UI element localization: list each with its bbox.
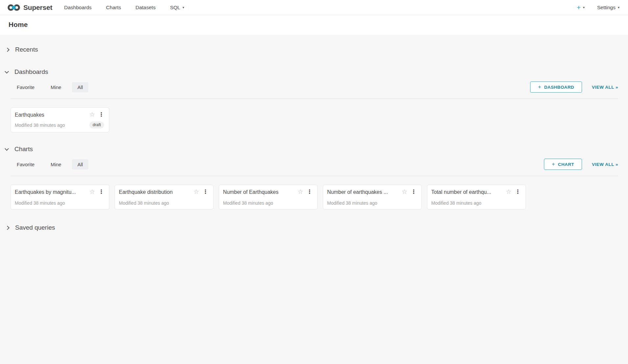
chart-card[interactable]: Earthquake distribution ☆ ⋮ Modified 38 … bbox=[115, 185, 213, 210]
plus-icon: + bbox=[552, 162, 555, 167]
chart-card[interactable]: Number of earthquakes ... ☆ ⋮ Modified 3… bbox=[323, 185, 422, 210]
card-modified-text: Modified 38 minutes ago bbox=[15, 200, 65, 206]
favorite-star-icon[interactable]: ☆ bbox=[402, 189, 407, 194]
superset-logo-icon bbox=[7, 3, 20, 12]
chevron-right-icon bbox=[5, 226, 10, 230]
charts-view-all-link[interactable]: VIEW ALL » bbox=[592, 162, 618, 167]
dashboards-cards-row: Earthquakes ☆ ⋮ Modified 38 minutes ago … bbox=[11, 107, 618, 132]
charts-collapse-header[interactable]: Charts bbox=[5, 146, 618, 153]
draft-status-badge: draft bbox=[89, 122, 104, 128]
dashboards-tabs: Favorite Mine All bbox=[11, 82, 88, 92]
tab-all[interactable]: All bbox=[72, 82, 89, 92]
nav-item-datasets[interactable]: Datasets bbox=[136, 5, 156, 11]
new-item-menu-button[interactable]: + ▾ bbox=[577, 4, 585, 11]
dashboard-card-earthquakes[interactable]: Earthquakes ☆ ⋮ Modified 38 minutes ago … bbox=[11, 107, 109, 132]
settings-menu-button[interactable]: Settings ▾ bbox=[597, 5, 619, 11]
tab-mine[interactable]: Mine bbox=[45, 159, 67, 170]
favorite-star-icon[interactable]: ☆ bbox=[506, 189, 511, 194]
page-header: Home bbox=[0, 15, 628, 35]
card-title[interactable]: Earthquake distribution bbox=[119, 189, 193, 195]
card-modified-text: Modified 38 minutes ago bbox=[223, 200, 273, 206]
button-label: DASHBOARD bbox=[544, 85, 574, 90]
card-modified-text: Modified 38 minutes ago bbox=[15, 123, 65, 128]
tab-favorite[interactable]: Favorite bbox=[11, 159, 40, 170]
section-saved-queries: Saved queries bbox=[5, 224, 618, 251]
section-charts: Charts Favorite Mine All + CHART VIEW AL… bbox=[5, 146, 618, 210]
caret-down-icon: ▾ bbox=[618, 6, 619, 9]
section-dashboards: Dashboards Favorite Mine All + DASHBOARD… bbox=[5, 68, 618, 132]
charts-tabs: Favorite Mine All bbox=[11, 159, 88, 170]
dashboards-collapse-header[interactable]: Dashboards bbox=[5, 68, 618, 76]
new-dashboard-button[interactable]: + DASHBOARD bbox=[530, 81, 582, 93]
favorite-star-icon[interactable]: ☆ bbox=[89, 112, 95, 117]
section-title: Recents bbox=[15, 46, 38, 53]
settings-label: Settings bbox=[597, 5, 616, 11]
new-chart-button[interactable]: + CHART bbox=[544, 159, 582, 170]
chevron-right-icon bbox=[5, 48, 10, 52]
chart-card[interactable]: Number of Earthquakes ☆ ⋮ Modified 38 mi… bbox=[219, 185, 318, 210]
caret-down-icon: ▾ bbox=[183, 6, 184, 9]
nav-item-label: Datasets bbox=[136, 5, 156, 11]
tab-mine[interactable]: Mine bbox=[45, 82, 67, 92]
charts-submenu-actions: + CHART VIEW ALL » bbox=[544, 159, 618, 170]
nav-menu: Dashboards Charts Datasets SQL ▾ bbox=[64, 5, 184, 11]
nav-item-label: Charts bbox=[106, 5, 121, 11]
favorite-star-icon[interactable]: ☆ bbox=[298, 189, 303, 194]
plus-icon: + bbox=[577, 4, 581, 11]
saved-queries-collapse-header[interactable]: Saved queries bbox=[5, 224, 618, 231]
card-modified-text: Modified 38 minutes ago bbox=[431, 200, 482, 206]
superset-brand[interactable]: Superset bbox=[7, 3, 52, 12]
plus-icon: + bbox=[538, 84, 541, 90]
chart-card[interactable]: Earthquakes by magnitu... ☆ ⋮ Modified 3… bbox=[11, 185, 109, 210]
nav-item-charts[interactable]: Charts bbox=[106, 5, 121, 11]
card-title[interactable]: Earthquakes by magnitu... bbox=[15, 189, 89, 195]
dashboards-view-all-link[interactable]: VIEW ALL » bbox=[592, 85, 618, 90]
section-recents: Recents bbox=[5, 46, 618, 53]
section-title: Saved queries bbox=[15, 224, 55, 231]
kebab-menu-icon[interactable]: ⋮ bbox=[515, 190, 521, 194]
card-title[interactable]: Earthquakes bbox=[15, 112, 89, 118]
favorite-star-icon[interactable]: ☆ bbox=[193, 189, 199, 194]
kebab-menu-icon[interactable]: ⋮ bbox=[99, 112, 104, 117]
chevron-down-icon bbox=[5, 147, 9, 151]
page-title: Home bbox=[9, 21, 619, 29]
home-content: Recents Dashboards Favorite Mine All + D… bbox=[0, 35, 628, 251]
card-title[interactable]: Number of earthquakes ... bbox=[327, 189, 402, 195]
favorite-star-icon[interactable]: ☆ bbox=[89, 189, 95, 194]
nav-item-sql[interactable]: SQL ▾ bbox=[170, 5, 184, 11]
navbar: Superset Dashboards Charts Datasets SQL … bbox=[0, 0, 628, 15]
section-title: Charts bbox=[14, 146, 33, 153]
tab-favorite[interactable]: Favorite bbox=[11, 82, 40, 92]
card-modified-text: Modified 38 minutes ago bbox=[119, 200, 169, 206]
nav-item-label: SQL bbox=[170, 5, 180, 11]
charts-submenu: Favorite Mine All + CHART VIEW ALL » bbox=[11, 159, 618, 176]
section-title: Dashboards bbox=[14, 68, 48, 76]
kebab-menu-icon[interactable]: ⋮ bbox=[99, 190, 104, 194]
dashboards-submenu-actions: + DASHBOARD VIEW ALL » bbox=[530, 81, 618, 93]
nav-item-dashboards[interactable]: Dashboards bbox=[64, 5, 92, 11]
card-modified-text: Modified 38 minutes ago bbox=[327, 200, 377, 206]
caret-down-icon: ▾ bbox=[583, 6, 585, 9]
brand-name: Superset bbox=[23, 4, 52, 11]
card-title[interactable]: Number of Earthquakes bbox=[223, 189, 298, 195]
nav-item-label: Dashboards bbox=[64, 5, 92, 11]
navbar-right: + ▾ Settings ▾ bbox=[577, 4, 619, 11]
kebab-menu-icon[interactable]: ⋮ bbox=[307, 190, 312, 194]
card-title[interactable]: Total number of earthqu... bbox=[431, 189, 506, 195]
kebab-menu-icon[interactable]: ⋮ bbox=[411, 190, 416, 194]
chevron-down-icon bbox=[5, 69, 9, 74]
tab-all[interactable]: All bbox=[72, 159, 89, 170]
button-label: CHART bbox=[558, 162, 574, 167]
charts-cards-row: Earthquakes by magnitu... ☆ ⋮ Modified 3… bbox=[11, 185, 618, 210]
chart-card[interactable]: Total number of earthqu... ☆ ⋮ Modified … bbox=[427, 185, 526, 210]
kebab-menu-icon[interactable]: ⋮ bbox=[203, 190, 208, 194]
recents-collapse-header[interactable]: Recents bbox=[5, 46, 618, 53]
dashboards-submenu: Favorite Mine All + DASHBOARD VIEW ALL » bbox=[11, 81, 618, 99]
